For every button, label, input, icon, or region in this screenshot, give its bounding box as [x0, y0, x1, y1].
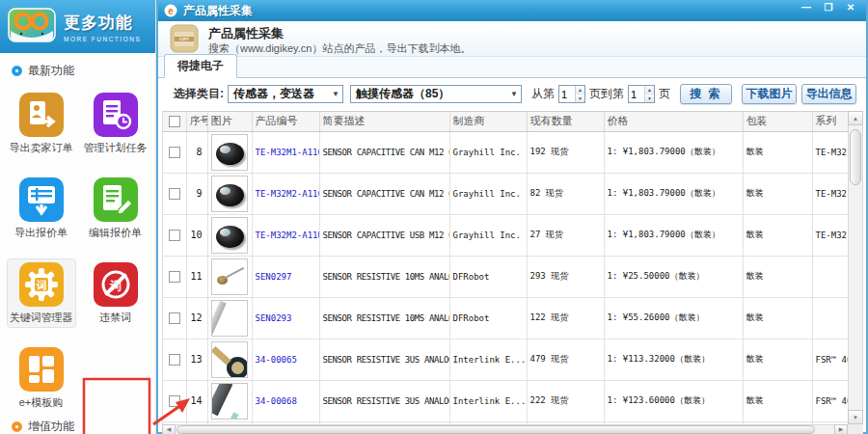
sidebar-item-edit-quotes[interactable]: 编辑报价单 — [81, 174, 150, 243]
horizontal-scrollbar[interactable]: ◀ ▶ — [162, 424, 848, 434]
product-image — [211, 134, 248, 171]
sidebar-item-label: 管理计划任务 — [82, 141, 149, 155]
manufacturer: Interlink E... — [449, 339, 527, 380]
sidebar-item-label: 违禁词 — [82, 311, 149, 325]
page-unit-label: 页 — [659, 86, 670, 102]
sidebar-item-template-shop[interactable]: e+模板购 — [7, 343, 76, 413]
svg-text:COPY: COPY — [179, 38, 190, 41]
svg-text:词: 词 — [36, 280, 46, 291]
series: TE-M32 — [812, 131, 848, 173]
price: 1: ¥55.26000（散装） — [604, 297, 743, 339]
column-header-desc: 简要描述 — [319, 112, 449, 131]
row-number: 12 — [186, 297, 207, 339]
task-schedule-icon — [94, 93, 138, 137]
spinner-down-icon[interactable]: ▼ — [576, 95, 584, 103]
tab-bar: 得捷电子 — [158, 57, 866, 78]
product-number-link[interactable]: TE-M32M2-A11C — [252, 173, 319, 214]
product-image — [211, 383, 248, 420]
from-page-label: 从第 — [531, 86, 555, 102]
product-description: SENSOR RESISTIVE 10MS ANALOG — [319, 256, 449, 297]
section-dot-icon — [12, 421, 22, 432]
table-row: 9 TE-M32M2-A11C SENSOR CAPACITIVE CAN M1… — [163, 173, 848, 214]
row-checkbox[interactable] — [169, 271, 180, 283]
chevron-down-icon: ▼ — [510, 90, 518, 98]
table-row: 8 TE-M32M1-A11C SENSOR CAPACITIVE CAN M1… — [163, 131, 848, 173]
sidebar-item-label: e+模板购 — [8, 395, 75, 410]
manufacturer: Grayhill Inc. — [449, 214, 527, 256]
manufacturer: Grayhill Inc. — [449, 131, 527, 173]
product-image — [211, 217, 248, 254]
sidebar-item-export-quotes[interactable]: 导出报价单 — [7, 174, 76, 243]
content-panel: 选择类目: 传感器，变送器 ▼ 触摸传感器（85） ▼ 从第 ▲▼ 页到第 ▲ — [160, 78, 864, 432]
table-row: 13 34-00065 SENSOR RESISTIVE 3US ANALOG … — [163, 339, 848, 380]
row-checkbox[interactable] — [169, 354, 180, 366]
sidebar-item-label: 导出报价单 — [8, 226, 75, 240]
sidebar-title: 更多功能 — [64, 12, 141, 34]
scroll-up-icon[interactable]: ▲ — [848, 111, 863, 125]
export-orders-icon — [19, 93, 64, 137]
to-page-input[interactable] — [629, 86, 644, 102]
forbidden-words-icon: 词 — [94, 262, 138, 307]
close-button[interactable]: ✕ — [843, 1, 858, 14]
product-description: SENSOR RESISTIVE 3US ANALOG — [319, 380, 449, 421]
series: TE-M32 — [812, 214, 848, 256]
sidebar-item-forbidden-words[interactable]: 词 违禁词 — [81, 258, 150, 328]
sidebar-item-keyword-manager[interactable]: 词 关键词管理器 — [7, 258, 76, 328]
keyword-manager-icon: 词 — [19, 262, 64, 307]
product-number-link[interactable]: SEN0297 — [252, 256, 319, 297]
category-select-2-value: 触摸传感器（85） — [356, 86, 449, 102]
search-button[interactable]: 搜 索 — [680, 84, 732, 104]
product-description: SENSOR CAPACITIVE CAN M12 CONN — [319, 173, 449, 214]
section-dot-icon — [12, 66, 22, 76]
sidebar-item-label: 编辑报价单 — [82, 226, 149, 240]
category-select-1-value: 传感器，变送器 — [233, 86, 314, 102]
minimize-button[interactable]: — — [799, 1, 814, 14]
download-images-button[interactable]: 下载图片 — [742, 84, 797, 104]
sidebar-item-export-orders[interactable]: 导出卖家订单 — [7, 89, 76, 158]
tab-digikey[interactable]: 得捷电子 — [164, 54, 237, 78]
available-quantity: 82 现货 — [527, 173, 604, 214]
spinner-up-icon[interactable]: ▲ — [645, 86, 654, 95]
row-checkbox[interactable] — [169, 395, 180, 407]
series: FSR™ 408 — [812, 380, 848, 421]
product-number-link[interactable]: TE-M32M2-A11U — [252, 214, 319, 256]
from-page-input[interactable] — [559, 86, 575, 102]
horizontal-scrollbar-thumb[interactable] — [176, 425, 815, 434]
export-info-button[interactable]: 导出信息 — [801, 84, 856, 104]
packaging: 散装 — [743, 131, 812, 173]
window-title: 产品属性采集 — [183, 3, 253, 19]
column-header-mfr: 制造商 — [449, 112, 527, 131]
spinner-down-icon[interactable]: ▼ — [645, 95, 654, 103]
manufacturer: DFRobot — [449, 256, 527, 297]
row-checkbox[interactable] — [169, 147, 180, 158]
row-checkbox[interactable] — [169, 312, 180, 324]
scroll-down-icon[interactable]: ▼ — [848, 410, 863, 424]
product-description: SENSOR RESISTIVE 3US ANALOG — [319, 339, 449, 380]
maximize-button[interactable]: ❐ — [821, 1, 836, 14]
category-select-2[interactable]: 触摸传感器（85） ▼ — [350, 85, 522, 103]
product-number-link[interactable]: SEN0293 — [252, 297, 319, 339]
sidebar-item-label: 关键词管理器 — [8, 311, 75, 325]
from-page-stepper[interactable]: ▲▼ — [558, 85, 585, 103]
row-checkbox[interactable] — [169, 188, 180, 200]
scroll-right-icon[interactable]: ▶ — [834, 424, 848, 434]
product-number-link[interactable]: 34-00068 — [252, 380, 319, 421]
row-checkbox[interactable] — [169, 230, 180, 241]
select-all-checkbox[interactable] — [169, 116, 180, 127]
product-number-link[interactable]: 34-00065 — [252, 339, 319, 380]
column-header-no: 序号 — [186, 112, 207, 131]
to-page-stepper[interactable]: ▲▼ — [628, 85, 655, 103]
vertical-scrollbar-thumb[interactable] — [850, 129, 861, 185]
vertical-scrollbar[interactable]: ▲ ▼ — [848, 111, 863, 424]
toolbar: 选择类目: 传感器，变送器 ▼ 触摸传感器（85） ▼ 从第 ▲▼ 页到第 ▲ — [160, 78, 864, 110]
product-number-link[interactable]: TE-M32M1-A11C — [252, 131, 319, 173]
price: 1: ¥1,803.79000（散装） — [604, 214, 743, 256]
row-number: 11 — [186, 256, 207, 297]
sidebar-item-manage-tasks[interactable]: 管理计划任务 — [81, 89, 150, 158]
scroll-left-icon[interactable]: ◀ — [162, 424, 176, 434]
price: 1: ¥25.50000（散装） — [604, 256, 743, 297]
price: 1: ¥113.32000（散装） — [604, 339, 743, 380]
price: 1: ¥1,803.79000（散装） — [604, 173, 743, 214]
category-select-1[interactable]: 传感器，变送器 ▼ — [228, 85, 343, 103]
spinner-up-icon[interactable]: ▲ — [576, 86, 584, 95]
